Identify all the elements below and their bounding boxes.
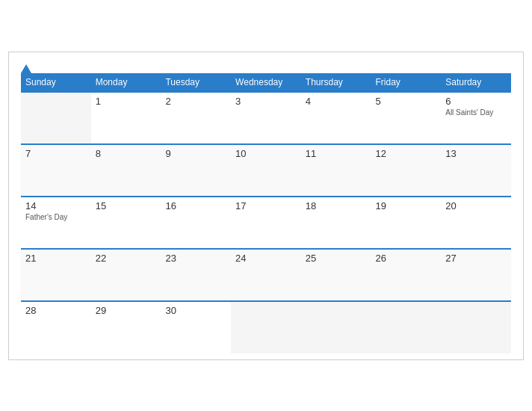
- logo-triangle-icon: [21, 64, 31, 73]
- calendar-day-cell: [371, 301, 442, 353]
- calendar-day-cell: 8: [91, 144, 161, 197]
- calendar-day-cell: 27: [441, 249, 511, 301]
- day-number: 4: [306, 96, 367, 107]
- day-number: 9: [165, 148, 226, 159]
- calendar-day-cell: 13: [441, 144, 511, 197]
- weekday-header-tuesday: Tuesday: [161, 73, 231, 92]
- day-number: 14: [25, 200, 87, 211]
- day-number: 19: [376, 200, 437, 211]
- calendar-day-cell: 9: [161, 144, 231, 197]
- calendar-day-cell: 14Father's Day: [21, 197, 91, 249]
- weekday-header-sunday: Sunday: [21, 73, 91, 92]
- calendar-day-cell: 10: [231, 144, 301, 197]
- calendar-day-cell: [441, 301, 511, 353]
- calendar-day-cell: 7: [21, 144, 91, 197]
- calendar-day-cell: 16: [161, 197, 231, 249]
- calendar-day-cell: 4: [301, 92, 371, 144]
- calendar-day-cell: 24: [231, 249, 301, 301]
- calendar-day-cell: 29: [91, 301, 161, 353]
- day-number: 16: [165, 200, 226, 211]
- weekday-header-wednesday: Wednesday: [231, 73, 301, 92]
- calendar-day-cell: [21, 92, 91, 144]
- day-number: 8: [96, 148, 157, 159]
- calendar-week-row: 21222324252627: [21, 249, 511, 301]
- day-number: 5: [376, 96, 437, 107]
- calendar-day-cell: 22: [91, 249, 161, 301]
- day-number: 15: [96, 200, 157, 211]
- calendar-day-cell: 18: [301, 197, 371, 249]
- day-number: 6: [445, 96, 507, 107]
- weekday-header-thursday: Thursday: [301, 73, 371, 92]
- calendar-week-row: 282930: [21, 301, 511, 353]
- calendar-day-cell: 28: [21, 301, 91, 353]
- calendar-day-cell: 15: [91, 197, 161, 249]
- calendar-day-cell: 20: [441, 197, 511, 249]
- day-number: 17: [235, 200, 297, 211]
- calendar-day-cell: 23: [161, 249, 231, 301]
- day-number: 23: [165, 253, 226, 264]
- calendar-day-cell: 6All Saints' Day: [441, 92, 511, 144]
- weekday-header-monday: Monday: [91, 73, 161, 92]
- calendar-day-cell: 21: [21, 249, 91, 301]
- weekday-header-saturday: Saturday: [441, 73, 511, 92]
- calendar-day-cell: 12: [371, 144, 442, 197]
- calendar-day-cell: 25: [301, 249, 371, 301]
- weekday-header-friday: Friday: [371, 73, 442, 92]
- day-number: 12: [376, 148, 437, 159]
- calendar-day-cell: 2: [161, 92, 231, 144]
- day-event: All Saints' Day: [445, 108, 507, 117]
- day-number: 7: [25, 148, 87, 159]
- day-number: 1: [96, 96, 157, 107]
- day-number: 26: [376, 253, 437, 264]
- weekday-header-row: SundayMondayTuesdayWednesdayThursdayFrid…: [21, 73, 511, 92]
- day-number: 2: [165, 96, 226, 107]
- calendar-day-cell: 1: [91, 92, 161, 144]
- calendar-day-cell: [231, 301, 301, 353]
- calendar-day-cell: 3: [231, 92, 301, 144]
- logo-blue-text: [21, 64, 33, 74]
- calendar-day-cell: 11: [301, 144, 371, 197]
- logo: [21, 64, 33, 74]
- day-number: 30: [165, 305, 226, 316]
- day-number: 22: [96, 253, 157, 264]
- calendar-day-cell: 19: [371, 197, 442, 249]
- day-number: 27: [445, 253, 507, 264]
- day-event: Father's Day: [25, 213, 87, 221]
- calendar-day-cell: 5: [371, 92, 442, 144]
- day-number: 3: [235, 96, 297, 107]
- day-number: 21: [25, 253, 87, 264]
- calendar-container: SundayMondayTuesdayWednesdayThursdayFrid…: [8, 52, 524, 360]
- calendar-day-cell: 30: [161, 301, 231, 353]
- day-number: 25: [306, 253, 367, 264]
- day-number: 24: [235, 253, 297, 264]
- day-number: 29: [96, 305, 157, 316]
- calendar-week-row: 123456All Saints' Day: [21, 92, 511, 144]
- day-number: 28: [25, 305, 87, 316]
- day-number: 13: [445, 148, 507, 159]
- day-number: 11: [306, 148, 367, 159]
- calendar-week-row: 14Father's Day151617181920: [21, 197, 511, 249]
- day-number: 20: [445, 200, 507, 211]
- day-number: 18: [306, 200, 367, 211]
- calendar-week-row: 78910111213: [21, 144, 511, 197]
- day-number: 10: [235, 148, 297, 159]
- calendar-day-cell: [301, 301, 371, 353]
- calendar-day-cell: 17: [231, 197, 301, 249]
- calendar-grid: SundayMondayTuesdayWednesdayThursdayFrid…: [21, 73, 511, 353]
- calendar-day-cell: 26: [371, 249, 442, 301]
